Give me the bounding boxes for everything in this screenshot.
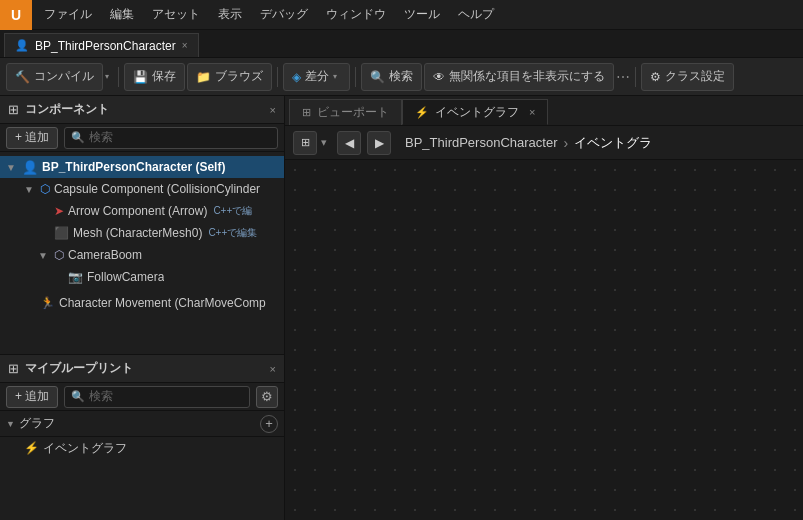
followcamera-icon: 📷 [68,270,83,284]
compile-button[interactable]: 🔨 コンパイル [6,63,103,91]
menu-window[interactable]: ウィンドウ [318,0,394,29]
tree-item-mesh[interactable]: ⬛ Mesh (CharacterMesh0) C++で編集 [0,222,284,244]
hide-label: 無関係な項目を非表示にする [449,68,605,85]
breadcrumb-separator: › [563,135,568,151]
mesh-label: Mesh (CharacterMesh0) [73,226,202,240]
nav-forward-button[interactable]: ▶ [367,131,391,155]
toolbar-sep-4 [635,67,636,87]
tree-item-self[interactable]: ▼ 👤 BP_ThirdPersonCharacter (Self) [0,156,284,178]
followcamera-label: FollowCamera [87,270,164,284]
menu-asset[interactable]: アセット [144,0,208,29]
tree-item-followcamera[interactable]: 📷 FollowCamera [0,266,284,288]
tab-close-button[interactable]: × [182,40,188,51]
eventgraph-tab-label: イベントグラフ [435,104,519,121]
compile-icon: 🔨 [15,70,30,84]
components-search-icon: 🔍 [71,131,85,144]
components-tree: ▼ 👤 BP_ThirdPersonCharacter (Self) ▼ ⬡ C… [0,152,284,354]
mybp-graphs-section[interactable]: ▼ グラフ + [0,411,284,437]
search-button[interactable]: 🔍 検索 [361,63,422,91]
eventgraph-tab-close[interactable]: × [529,106,535,118]
save-icon: 💾 [133,70,148,84]
tree-item-cameraboom[interactable]: ▼ ⬡ CameraBoom [0,244,284,266]
toolbar: 🔨 コンパイル ▾ 💾 保存 📁 ブラウズ ◈ 差分 ▾ 🔍 検索 👁 無関係な… [0,58,803,96]
breadcrumb-graph: イベントグラ [574,134,652,152]
menu-help[interactable]: ヘルプ [450,0,502,29]
components-search-placeholder: 検索 [89,129,113,146]
blueprint-tab[interactable]: 👤 BP_ThirdPersonCharacter × [4,33,199,57]
mybp-panel: ⊞ マイブループリント × + 追加 🔍 検索 ⚙ ▼ グラフ + [0,355,284,520]
components-panel-title: コンポーネント [25,101,109,118]
eventgraph-tab-icon: ⚡ [415,106,429,119]
self-icon: 👤 [22,160,38,175]
diff-icon: ◈ [292,70,301,84]
movement-icon: 🏃 [40,296,55,310]
toolbar-sep-2 [277,67,278,87]
search-icon: 🔍 [370,70,385,84]
tree-item-capsule[interactable]: ▼ ⬡ Capsule Component (CollisionCylinder [0,178,284,200]
arrow-icon: ➤ [54,204,64,218]
left-panel: ⊞ コンポーネント × + 追加 🔍 検索 ▼ 👤 BP_ThirdPerso [0,96,285,520]
mybp-gear-button[interactable]: ⚙ [256,386,278,408]
graphs-section-title: グラフ [19,415,55,432]
components-panel-icon: ⊞ [8,102,19,117]
hide-irrelevant-button[interactable]: 👁 無関係な項目を非表示にする [424,63,614,91]
diff-button[interactable]: ◈ 差分 ▾ [283,63,350,91]
browse-icon: 📁 [196,70,211,84]
save-label: 保存 [152,68,176,85]
right-panel: ⊞ ビューポート ⚡ イベントグラフ × ⊞ ▾ ◀ ▶ BP_ThirdPer… [285,96,803,520]
breadcrumb-blueprint[interactable]: BP_ThirdPersonCharacter [405,135,557,150]
cameraboom-icon: ⬡ [54,248,64,262]
components-panel-close[interactable]: × [270,104,276,116]
mybp-search-icon: 🔍 [71,390,85,403]
toolbar-sep-1 [118,67,119,87]
movement-label: Character Movement (CharMoveComp [59,296,266,310]
graph-canvas[interactable] [285,160,803,520]
viewport-tab[interactable]: ⊞ ビューポート [289,99,402,125]
mesh-icon: ⬛ [54,226,69,240]
graph-header: ⊞ ▾ ◀ ▶ BP_ThirdPersonCharacter › イベントグラ [285,126,803,160]
mybp-add-button[interactable]: + 追加 [6,386,58,408]
tree-item-movement[interactable]: 🏃 Character Movement (CharMoveComp [0,292,284,314]
diff-dropdown-icon: ▾ [333,72,341,81]
search-label: 検索 [389,68,413,85]
components-add-label: + 追加 [15,129,49,146]
mybp-search-box[interactable]: 🔍 検索 [64,386,250,408]
mybp-panel-close[interactable]: × [270,363,276,375]
menu-edit[interactable]: 編集 [102,0,142,29]
components-search-box[interactable]: 🔍 検索 [64,127,278,149]
viewport-tab-label: ビューポート [317,104,389,121]
graphs-add-button[interactable]: + [260,415,278,433]
arrow-cpp-badge: C++で編 [213,204,252,218]
components-panel-toolbar: + 追加 🔍 検索 [0,124,284,152]
nav-back-button[interactable]: ◀ [337,131,361,155]
sub-tab-bar: ⊞ ビューポート ⚡ イベントグラフ × [285,96,803,126]
toolbar-more-button[interactable]: ⋯ [616,69,630,85]
tab-bar: 👤 BP_ThirdPersonCharacter × [0,30,803,58]
mybp-gear-icon: ⚙ [261,389,273,404]
menu-tools[interactable]: ツール [396,0,448,29]
browse-button[interactable]: 📁 ブラウズ [187,63,272,91]
save-button[interactable]: 💾 保存 [124,63,185,91]
mybp-item-eventgraph[interactable]: ⚡ イベントグラフ [0,437,284,459]
self-expand-icon: ▼ [6,162,18,173]
mybp-panel-icon: ⊞ [8,361,19,376]
menu-debug[interactable]: デバッグ [252,0,316,29]
menu-view[interactable]: 表示 [210,0,250,29]
eventgraph-label: イベントグラフ [43,440,127,457]
eventgraph-icon: ⚡ [24,441,39,455]
class-settings-button[interactable]: ⚙ クラス設定 [641,63,734,91]
tab-blueprint-icon: 👤 [15,39,29,52]
cameraboom-expand-icon: ▼ [38,250,50,261]
breadcrumb-dropdown-button[interactable]: ⊞ [293,131,317,155]
capsule-label: Capsule Component (CollisionCylinder [54,182,260,196]
main-content: ⊞ コンポーネント × + 追加 🔍 検索 ▼ 👤 BP_ThirdPerso [0,96,803,520]
menu-file[interactable]: ファイル [36,0,100,29]
tree-item-arrow[interactable]: ➤ Arrow Component (Arrow) C++で編 [0,200,284,222]
compile-dropdown[interactable]: ▾ [105,72,113,81]
components-add-button[interactable]: + 追加 [6,127,58,149]
eventgraph-tab[interactable]: ⚡ イベントグラフ × [402,99,548,125]
nav-forward-icon: ▶ [375,136,384,150]
mybp-search-placeholder: 検索 [89,388,113,405]
toolbar-sep-3 [355,67,356,87]
compile-label: コンパイル [34,68,94,85]
